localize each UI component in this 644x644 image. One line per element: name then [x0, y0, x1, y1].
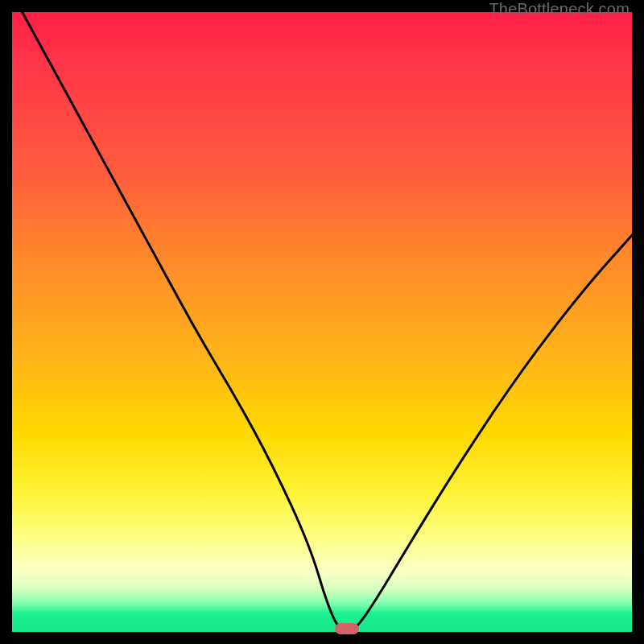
chart-frame: TheBottleneck.com: [0, 0, 644, 644]
bottleneck-curve: [12, 12, 632, 632]
plot-area: [12, 12, 632, 632]
optimal-marker: [335, 623, 359, 634]
watermark-text: TheBottleneck.com: [489, 0, 630, 19]
